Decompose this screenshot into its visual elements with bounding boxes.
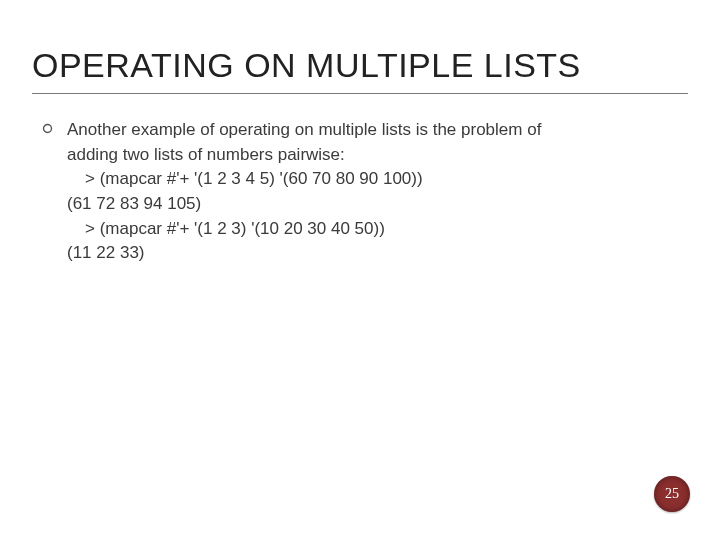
bullet-text: Another example of operating on multiple… [67,118,541,266]
slide-title: OPERATING ON MULTIPLE LISTS [32,46,688,94]
intro-line-1: Another example of operating on multiple… [67,118,541,143]
bullet-item: Another example of operating on multiple… [32,118,688,266]
code-line-2: > (mapcar #'+ '(1 2 3) '(10 20 30 40 50)… [85,217,541,242]
result-line-2: (11 22 33) [67,241,541,266]
slide: OPERATING ON MULTIPLE LISTS Another exam… [0,0,720,540]
code-line-1: > (mapcar #'+ '(1 2 3 4 5) '(60 70 80 90… [85,167,541,192]
circle-bullet-icon [42,123,53,134]
page-number-badge: 25 [654,476,690,512]
svg-point-0 [44,125,52,133]
intro-line-2: adding two lists of numbers pairwise: [67,143,541,168]
page-number: 25 [665,486,679,502]
result-line-1: (61 72 83 94 105) [67,192,541,217]
